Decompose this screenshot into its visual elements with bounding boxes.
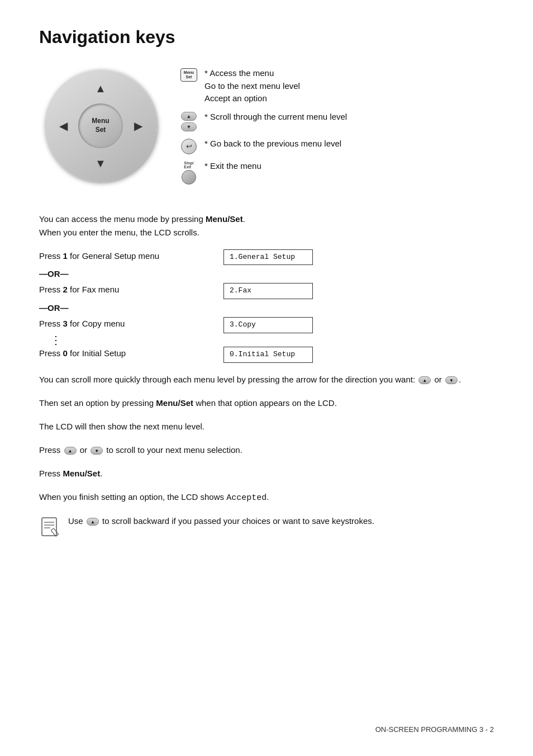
menu-item-3: Press 3 for Copy menu 3.Copy [39,317,494,333]
dpad-center: Menu Set [78,103,123,148]
intro-text1: You can access the menu mode by pressing [39,214,206,224]
note-text: Use ▲ to scroll backward if you passed y… [68,515,374,528]
inline-scroll-down2-icon: ▼ [91,447,103,455]
key-row-stop: Stop/Exit Exit the menu [179,160,494,185]
inline-scroll-up2-icon: ▲ [64,447,77,455]
key-text-stop: Exit the menu [204,160,261,172]
key-text-menu: Access the menu Go to the next menu leve… [204,67,300,105]
dpad: ▲ ▼ ◀ ▶ Menu Set [45,70,156,182]
or-line-2: —OR— [39,301,494,315]
key-row-menu: MenuSet Access the menu Go to the next m… [179,67,494,105]
lcd-display-0: 0.Initial Setup [223,347,313,363]
para-accepted: When you finish setting an option, the L… [39,490,494,505]
para-set-option: Then set an option by pressing Menu/Set … [39,396,494,410]
intro-bold1: Menu/Set [206,214,243,224]
key-row-back: ↩ Go back to the previous menu level [179,138,494,154]
back-icon: ↩ [179,139,199,154]
para-lcd-next: The LCD will then show the next menu lev… [39,420,494,433]
note-box: Use ▲ to scroll backward if you passed y… [39,515,494,537]
para-scroll-quickly: You can scroll more quickly through each… [39,373,494,386]
lcd-display-3: 3.Copy [223,317,313,333]
key-legend: MenuSet Access the menu Go to the next m… [179,64,494,190]
lcd-display-2: 2.Fax [223,283,313,299]
navigation-diagram: ▲ ▼ ◀ ▶ Menu Set MenuSet Access the menu… [39,64,494,190]
page-title: Navigation keys [39,27,494,48]
ellipsis: ⋮ [50,336,494,344]
footer: ON-SCREEN PROGRAMMING 3 - 2 [375,725,494,734]
intro-text3: When you enter the menu, the LCD scrolls… [39,228,199,237]
svg-rect-0 [42,518,56,536]
key-text-back: Go back to the previous menu level [204,138,341,149]
inline-scroll-note-icon: ▲ [87,518,99,526]
inline-scroll-up-icon: ▲ [418,376,431,384]
inline-scroll-down-icon: ▼ [445,376,458,384]
note-icon [39,515,61,537]
para-scroll-selection: Press ▲ or ▼ to scroll to your next menu… [39,443,494,457]
para-press-menuset: Press Menu/Set. [39,467,494,480]
stop-exit-icon: Stop/Exit [179,161,199,185]
intro-text2: . [243,214,245,224]
menu-item-2: Press 2 for Fax menu 2.Fax [39,283,494,299]
or-line-1: —OR— [39,267,494,281]
menu-item-1: Press 1 for General Setup menu 1.General… [39,249,494,266]
menu-items-section: Press 1 for General Setup menu 1.General… [39,249,494,363]
dpad-right-arrow: ▶ [124,112,152,140]
menu-item-0: Press 0 for Initial Setup 0.Initial Setu… [39,347,494,363]
intro-paragraph: You can access the menu mode by pressing… [39,212,494,239]
key-row-scroll: ▲ ▼ Scroll through the current menu leve… [179,111,494,132]
dpad-left-arrow: ◀ [49,112,77,140]
svg-rect-4 [51,528,59,536]
lcd-display-1: 1.General Setup [223,249,313,266]
scroll-icon: ▲ ▼ [179,112,199,132]
key-text-scroll: Scroll through the current menu level [204,111,347,122]
dpad-down-arrow: ▼ [87,149,115,177]
dpad-up-arrow: ▲ [87,74,115,102]
dpad-diagram: ▲ ▼ ◀ ▶ Menu Set [39,64,162,182]
menu-set-icon: MenuSet [179,68,199,82]
